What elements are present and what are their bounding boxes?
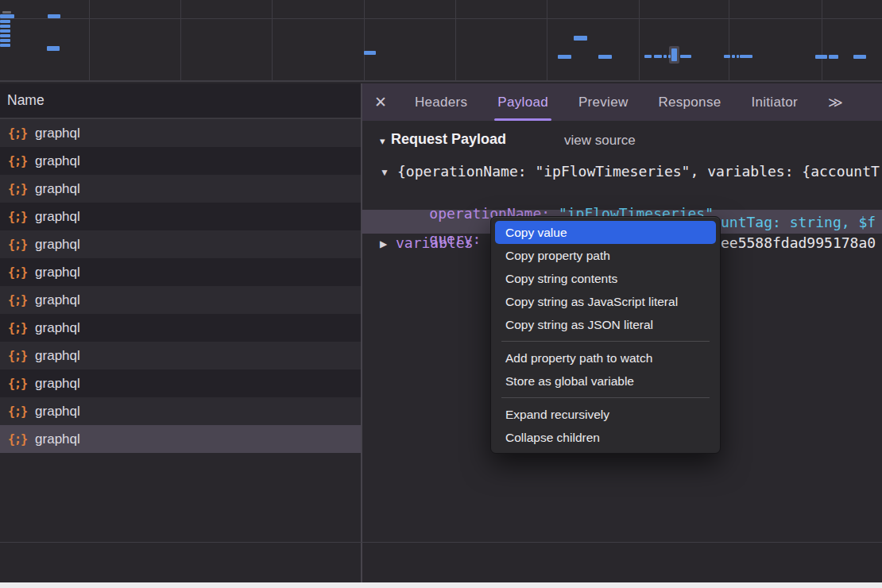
table-row[interactable]: {;}graphql [0, 397, 361, 425]
waterfall-bar [740, 55, 752, 58]
request-name-label: graphql [35, 404, 80, 420]
waterfall-bar [0, 44, 10, 47]
waterfall-bar [364, 51, 376, 55]
waterfall-bar [47, 46, 60, 51]
waterfall-bar [680, 55, 691, 58]
json-braces-icon: {;} [8, 432, 27, 447]
json-braces-icon: {;} [8, 349, 27, 363]
request-payload-title: Request Payload [391, 131, 506, 148]
variables-value-continuation: ee5588fdad995178a0 [721, 234, 882, 251]
grid-line [729, 0, 729, 80]
json-braces-icon: {;} [8, 293, 27, 308]
waterfall-bar [829, 55, 838, 59]
menu-item-copy-string-contents[interactable]: Copy string contents [495, 267, 716, 290]
menu-separator [501, 397, 710, 398]
table-row[interactable]: {;}graphql [0, 203, 361, 230]
waterfall-bar [671, 48, 677, 61]
waterfall-bar [815, 55, 827, 59]
table-row[interactable]: {;}graphql [0, 119, 361, 147]
waterfall-bar [574, 36, 587, 41]
waterfall-bar [644, 55, 652, 58]
grid-line [364, 0, 365, 80]
waterfall-bar [853, 55, 866, 59]
waterfall-bar [0, 39, 10, 42]
waterfall-bar [48, 14, 60, 18]
tab-headers[interactable]: Headers [412, 83, 470, 121]
devtools-network-panel: Name {;}graphql{;}graphql{;}graphql{;}gr… [0, 0, 882, 588]
requests-table: Name {;}graphql{;}graphql{;}graphql{;}gr… [0, 83, 361, 542]
request-name-label: graphql [35, 153, 80, 169]
json-braces-icon: {;} [8, 126, 27, 141]
column-header-name[interactable]: Name [0, 83, 361, 119]
request-rows: {;}graphql{;}graphql{;}graphql{;}graphql… [0, 119, 361, 453]
json-braces-icon: {;} [8, 154, 27, 168]
waterfall-bar [0, 34, 10, 37]
table-row[interactable]: {;}graphql [0, 258, 361, 286]
menu-item-copy-value[interactable]: Copy value [495, 221, 716, 244]
waterfall-bar [732, 55, 735, 58]
request-name-label: graphql [35, 320, 80, 336]
waterfall-bar [737, 55, 739, 58]
json-braces-icon: {;} [8, 238, 27, 252]
tab-initiator[interactable]: Initiator [748, 83, 800, 121]
expander-down-icon[interactable]: ▼ [380, 167, 389, 178]
menu-item-copy-string-as-json-literal[interactable]: Copy string as JSON literal [495, 313, 716, 336]
menu-item-expand-recursively[interactable]: Expand recursively [495, 403, 716, 426]
menu-item-add-property-path-to-watch[interactable]: Add property path to watch [495, 346, 716, 369]
close-icon[interactable]: ✕ [362, 83, 399, 121]
more-tabs-icon[interactable]: ≫ [828, 83, 841, 121]
waterfall-bar [663, 55, 667, 58]
json-braces-icon: {;} [8, 210, 27, 224]
menu-item-store-as-global-variable[interactable]: Store as global variable [495, 369, 716, 393]
grid-line [822, 0, 822, 80]
network-overview-timeline[interactable] [0, 0, 882, 82]
table-footer-divider [0, 542, 882, 543]
window-bottom-edge [0, 582, 882, 588]
variables-row[interactable]: variables [396, 234, 474, 251]
tab-preview[interactable]: Preview [575, 83, 632, 121]
column-header-label: Name [7, 92, 44, 109]
request-name-label: graphql [35, 265, 80, 280]
waterfall-bar [558, 55, 571, 59]
waterfall-bar [724, 55, 730, 58]
query-value-continuation: untTag: string, $f [721, 214, 882, 230]
json-braces-icon: {;} [8, 265, 27, 280]
waterfall-bar [0, 14, 14, 18]
menu-item-collapse-children[interactable]: Collapse children [495, 426, 716, 449]
request-name-label: graphql [35, 181, 80, 197]
menu-item-copy-property-path[interactable]: Copy property path [495, 244, 716, 267]
json-braces-icon: {;} [8, 404, 27, 419]
menu-separator [501, 341, 710, 342]
request-name-label: graphql [35, 237, 80, 253]
grid-line [180, 0, 181, 80]
menu-item-copy-string-as-javascript-literal[interactable]: Copy string as JavaScript literal [495, 290, 716, 313]
request-name-label: graphql [35, 376, 80, 392]
context-menu: Copy valueCopy property pathCopy string … [490, 216, 721, 454]
waterfall-bar [668, 55, 671, 58]
payload-preview-line[interactable]: {operationName: "ipFlowTimeseries", vari… [397, 163, 882, 180]
table-row[interactable]: {;}graphql [0, 175, 361, 203]
request-name-label: graphql [35, 126, 80, 141]
waterfall-bar [0, 25, 10, 28]
waterfall-bar [2, 11, 11, 14]
table-row[interactable]: {;}graphql [0, 314, 361, 342]
expander-right-icon[interactable]: ▶ [380, 238, 387, 250]
request-name-label: graphql [35, 431, 80, 447]
waterfall-bar [0, 29, 10, 33]
tab-response[interactable]: Response [655, 83, 724, 121]
table-row[interactable]: {;}graphql [0, 230, 361, 258]
table-row[interactable]: {;}graphql [0, 369, 361, 397]
waterfall-bar [654, 55, 662, 58]
grid-line [547, 0, 547, 80]
request-name-label: graphql [35, 209, 80, 225]
table-row[interactable]: {;}graphql [0, 342, 361, 369]
table-row[interactable]: {;}graphql [0, 425, 361, 453]
grid-line [639, 0, 640, 80]
waterfall-bar [598, 55, 612, 59]
json-braces-icon: {;} [8, 377, 27, 391]
table-row[interactable]: {;}graphql [0, 147, 361, 175]
table-row[interactable]: {;}graphql [0, 286, 361, 314]
tab-payload[interactable]: Payload [494, 83, 551, 121]
view-source-link[interactable]: view source [564, 133, 636, 149]
section-collapse-triangle-icon[interactable]: ▾ [380, 135, 385, 147]
